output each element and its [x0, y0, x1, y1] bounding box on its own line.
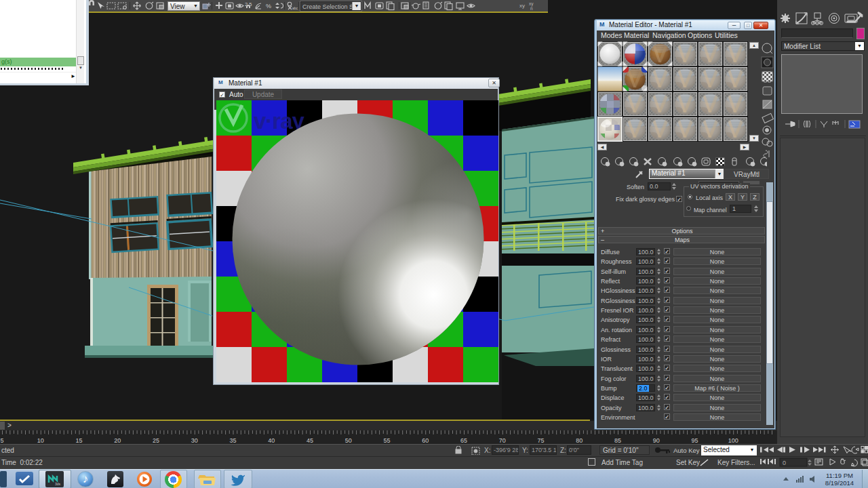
- svg-text:abc: abc: [292, 6, 298, 10]
- svg-text:35: 35: [229, 437, 236, 444]
- svg-text:20: 20: [114, 437, 121, 444]
- svg-text:%: %: [266, 3, 271, 9]
- svg-text:5: 5: [0, 437, 3, 444]
- svg-text:55: 55: [383, 437, 390, 444]
- svg-text:75: 75: [537, 437, 544, 444]
- svg-text:2.5: 2.5: [245, 1, 252, 7]
- svg-text:90: 90: [653, 437, 660, 444]
- svg-text:30: 30: [191, 437, 198, 444]
- svg-text:n: n: [530, 6, 533, 11]
- svg-text:3ds: 3ds: [55, 482, 61, 486]
- svg-text:40: 40: [268, 437, 275, 444]
- svg-text:85: 85: [614, 437, 621, 444]
- svg-text:45: 45: [307, 437, 313, 444]
- svg-text:0: 0: [783, 460, 786, 466]
- svg-text:15: 15: [75, 437, 82, 444]
- svg-text:95: 95: [691, 437, 698, 444]
- svg-text:10: 10: [37, 437, 44, 444]
- svg-text:80: 80: [576, 437, 583, 444]
- svg-text:65: 65: [460, 437, 467, 444]
- svg-text:25: 25: [153, 437, 159, 444]
- svg-text:xy: xy: [519, 3, 525, 9]
- svg-text:50: 50: [345, 437, 352, 444]
- svg-text:70: 70: [499, 437, 506, 444]
- svg-text:60: 60: [422, 437, 429, 444]
- svg-text:100: 100: [728, 437, 738, 444]
